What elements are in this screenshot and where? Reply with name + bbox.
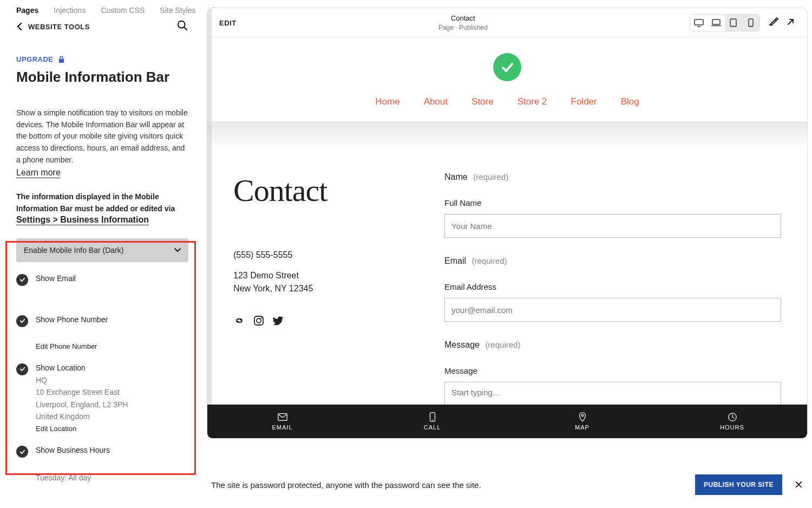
location-lines: HQ 10 Exchange Street East Liverpool, En…	[36, 374, 188, 423]
mib-hours[interactable]: HOURS	[657, 405, 807, 438]
checkbox-hours[interactable]	[16, 446, 28, 458]
svg-point-10	[750, 25, 751, 26]
upgrade-link[interactable]: UPGRADE	[16, 55, 188, 63]
enable-mode-select[interactable]: Enable Mobile Info Bar (Dark)	[16, 238, 188, 262]
svg-point-17	[581, 415, 584, 417]
name-input[interactable]	[444, 214, 781, 238]
instagram-icon[interactable]	[253, 315, 265, 327]
link-icon[interactable]	[233, 315, 245, 327]
check-icon	[500, 60, 515, 75]
device-tablet[interactable]	[725, 15, 742, 31]
field-sublabel: Message	[444, 366, 781, 375]
close-button[interactable]: ✕	[794, 478, 803, 491]
page-substatus: Page · Published	[438, 23, 488, 32]
site-logo[interactable]	[493, 53, 521, 81]
checkbox-location[interactable]	[16, 363, 28, 375]
required-badge: (required)	[485, 340, 520, 349]
svg-point-16	[432, 420, 433, 421]
option-label: Show Phone Number	[36, 315, 188, 324]
email-input[interactable]	[444, 298, 781, 322]
required-badge: (required)	[472, 256, 507, 265]
hours-line: Tuesday: All day	[36, 472, 188, 484]
device-desktop[interactable]	[690, 15, 708, 31]
contact-address: 123 Demo Street New York, NY 12345	[233, 269, 428, 295]
option-show-phone: Show Phone Number Edit Phone Number	[16, 315, 188, 350]
panel-description: Show a simple notification tray to visit…	[16, 107, 188, 166]
map-pin-icon	[578, 412, 587, 422]
publish-button[interactable]: PUBLISH YOUR SITE	[695, 474, 782, 495]
option-label: Show Email	[36, 274, 188, 283]
open-external-button[interactable]	[786, 17, 795, 29]
twitter-icon[interactable]	[272, 315, 284, 327]
brush-button[interactable]	[768, 16, 778, 29]
field-sublabel: Full Name	[444, 198, 781, 207]
svg-point-8	[733, 25, 734, 26]
option-show-email: Show Email	[16, 274, 188, 302]
nav-store[interactable]: Store	[472, 96, 494, 107]
device-laptop[interactable]	[708, 15, 725, 31]
redacted-block	[36, 458, 188, 470]
preview-topbar: EDIT Contact Page · Published	[207, 8, 807, 38]
svg-rect-5	[712, 19, 720, 24]
upgrade-label: UPGRADE	[16, 55, 54, 63]
panel-note: The information displayed in the Mobile …	[16, 191, 188, 214]
field-sublabel: Email Address	[444, 282, 781, 291]
nav-blog[interactable]: Blog	[621, 96, 639, 107]
chevron-down-icon	[174, 248, 181, 252]
redacted-email	[233, 230, 428, 241]
email-icon	[278, 412, 287, 422]
nav-store2[interactable]: Store 2	[518, 96, 547, 107]
breadcrumb-label: WEBSITE TOOLS	[28, 23, 90, 31]
mib-call[interactable]: CALL	[357, 405, 507, 438]
device-toggle	[690, 14, 760, 31]
search-icon	[176, 19, 188, 31]
scrollbar[interactable]	[207, 8, 212, 438]
back-breadcrumb[interactable]: WEBSITE TOOLS	[16, 23, 90, 31]
sidebar-panel: WEBSITE TOOLS UPGRADE Mobile Information…	[0, 16, 205, 508]
mib-map[interactable]: MAP	[507, 405, 657, 438]
option-label: Show Location	[36, 363, 188, 372]
checkbox-email[interactable]	[16, 274, 28, 286]
page-content: Contact (555) 555-5555 123 Demo Street N…	[207, 145, 807, 437]
field-label: Email	[444, 256, 466, 265]
site-logo-row	[207, 53, 807, 81]
svg-point-13	[261, 317, 262, 318]
edit-phone-link[interactable]: Edit Phone Number	[36, 342, 188, 350]
chevron-left-icon	[16, 23, 23, 30]
page-status[interactable]: Contact Page · Published	[438, 14, 488, 32]
option-show-location: Show Location HQ 10 Exchange Street East…	[16, 363, 188, 433]
edit-location-link[interactable]: Edit Location	[36, 425, 188, 433]
tab-custom-css[interactable]: Custom CSS	[101, 6, 145, 15]
select-value: Enable Mobile Info Bar (Dark)	[24, 246, 123, 255]
mib-email[interactable]: EMAIL	[207, 405, 357, 438]
phone-icon	[428, 412, 437, 422]
svg-rect-2	[58, 58, 63, 62]
tab-injections[interactable]: Injections	[54, 6, 86, 15]
contact-phone: (555) 555-5555	[233, 249, 428, 262]
publish-bar: The site is password protected, anyone w…	[207, 470, 808, 499]
tab-pages[interactable]: Pages	[16, 6, 38, 15]
tab-site-styles[interactable]: Site Styles	[160, 6, 195, 15]
required-badge: (required)	[473, 172, 508, 181]
redacted-block	[36, 286, 188, 302]
nav-about[interactable]: About	[424, 96, 448, 107]
brush-icon	[768, 16, 778, 27]
publish-message: The site is password protected, anyone w…	[211, 480, 481, 490]
device-mobile[interactable]	[742, 15, 759, 31]
option-show-hours: Show Business Hours Tuesday: All day	[16, 446, 188, 484]
clock-icon	[728, 412, 737, 422]
field-name: Name (required) Full Name	[444, 172, 781, 238]
page-name: Contact	[438, 14, 488, 23]
options-list: Show Email Show Phone Number Edit Phone …	[16, 274, 188, 484]
nav-home[interactable]: Home	[375, 96, 400, 107]
svg-rect-3	[695, 19, 703, 25]
learn-more-link[interactable]: Learn more	[16, 168, 61, 178]
svg-point-12	[257, 318, 261, 323]
business-info-link[interactable]: Settings > Business Information	[16, 215, 149, 225]
arrow-external-icon	[786, 17, 795, 27]
checkbox-phone[interactable]	[16, 315, 28, 327]
nav-folder[interactable]: Folder	[571, 96, 597, 107]
svg-line-1	[184, 27, 187, 30]
edit-button[interactable]: EDIT	[219, 19, 237, 27]
search-button[interactable]	[176, 19, 188, 34]
